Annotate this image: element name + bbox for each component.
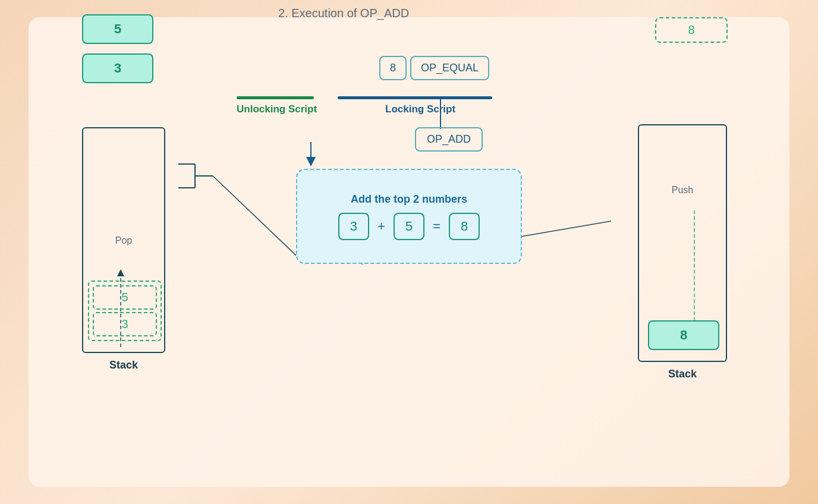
stack-left: 5 3 Pop 5 3 Stack xyxy=(76,68,171,371)
math-num2: 5 xyxy=(394,213,424,240)
pop-label: Pop xyxy=(115,235,132,246)
math-num1: 3 xyxy=(338,213,369,240)
right-solid-8: 8 xyxy=(648,320,719,350)
caption: 2. Execution of OP_ADD xyxy=(278,7,409,20)
push-label: Push xyxy=(672,185,693,196)
stack-right: 8 Push 8 Stack xyxy=(629,65,736,380)
math-eq: = xyxy=(433,219,441,234)
dashed-item-5: 5 xyxy=(93,285,157,310)
script-item-8: 8 xyxy=(379,56,407,80)
unlocking-bar xyxy=(237,96,314,99)
stack-item-5: 5 xyxy=(82,14,153,44)
math-plus: + xyxy=(377,219,385,234)
right-dashed-8: 8 xyxy=(655,17,728,43)
stack-top-items: 5 3 xyxy=(82,14,153,83)
diagram: 5 3 Pop 5 3 Stack Unlocking Script Lo xyxy=(58,32,760,472)
locking-line-vertical xyxy=(440,99,441,129)
stack-right-label: Stack xyxy=(629,368,736,380)
script-items-top: 8 OP_EQUAL xyxy=(379,56,489,80)
op-box: Add the top 2 numbers 3 + 5 = 8 xyxy=(296,169,522,264)
stack-dashed-group-left: 5 3 xyxy=(88,281,162,341)
math-result: 8 xyxy=(449,213,480,240)
dashed-item-3: 3 xyxy=(93,312,157,336)
op-math-row: 3 + 5 = 8 xyxy=(338,213,480,240)
stack-item-3: 3 xyxy=(82,53,153,83)
stack-left-label: Stack xyxy=(76,359,171,371)
card: 5 3 Pop 5 3 Stack Unlocking Script Lo xyxy=(29,17,789,487)
stack-box-left: Pop 5 3 xyxy=(82,127,165,353)
op-add-box: OP_ADD xyxy=(415,127,483,152)
svg-line-4 xyxy=(213,176,305,264)
stack-box-right: Push 8 xyxy=(638,124,727,362)
locking-script-label: Locking Script xyxy=(385,103,455,115)
op-box-title: Add the top 2 numbers xyxy=(351,193,467,206)
locking-bar xyxy=(338,96,492,99)
script-item-op-equal: OP_EQUAL xyxy=(410,56,489,80)
unlocking-script-label: Unlocking Script xyxy=(237,103,317,115)
